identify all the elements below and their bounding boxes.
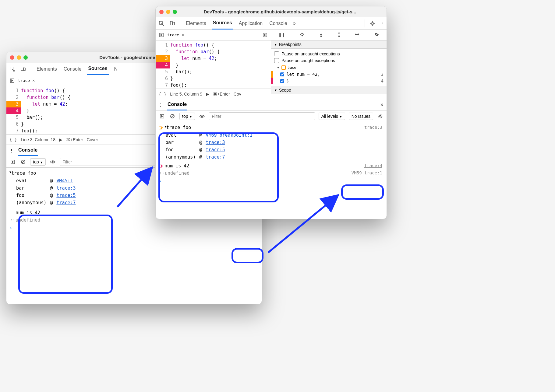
run-icon[interactable] bbox=[262, 32, 268, 38]
shortcut-hint: ⌘+Enter bbox=[213, 92, 230, 96]
devtools-window-right: DevTools - googlechrome.github.io/devtoo… bbox=[155, 6, 387, 219]
source-link[interactable]: trace:3 bbox=[364, 125, 382, 130]
source-link[interactable]: VM69 breakpoint:1 bbox=[206, 132, 253, 138]
svg-point-15 bbox=[321, 36, 322, 37]
tab-sources[interactable]: Sources bbox=[87, 63, 108, 75]
svg-point-11 bbox=[372, 23, 373, 24]
issues-button[interactable]: No Issues bbox=[349, 113, 373, 120]
console-prompt[interactable]: › bbox=[6, 224, 262, 232]
tab-application[interactable]: Application bbox=[238, 18, 264, 29]
clear-icon[interactable] bbox=[169, 113, 176, 120]
close-drawer-icon[interactable]: × bbox=[380, 102, 384, 108]
kebab-icon[interactable]: ⋮ bbox=[9, 148, 13, 153]
tab-sources[interactable]: Sources bbox=[212, 17, 233, 30]
file-tab-trace[interactable]: trace × bbox=[16, 77, 37, 84]
stack-frame: foo@trace:5 bbox=[16, 192, 79, 199]
zoom-icon[interactable] bbox=[23, 55, 28, 60]
braces-icon[interactable]: { } bbox=[159, 92, 166, 96]
tab-console[interactable]: Console bbox=[62, 63, 83, 75]
console-prompt[interactable]: › bbox=[156, 177, 387, 185]
source-link[interactable]: trace:4 bbox=[364, 163, 382, 168]
step-out-icon[interactable] bbox=[337, 32, 341, 38]
pause-uncaught-checkbox[interactable]: Pause on uncaught exceptions bbox=[274, 51, 384, 57]
drawer-tab-console[interactable]: Console bbox=[167, 99, 187, 110]
levels-selector[interactable]: All levels ▼ bbox=[319, 113, 345, 120]
code-editor[interactable]: 1234567 function foo() { function bar() … bbox=[156, 40, 271, 89]
context-selector[interactable]: top ▼ bbox=[30, 158, 46, 166]
svg-rect-1 bbox=[21, 67, 23, 71]
breakpoint-item[interactable]: let num = 42;3 bbox=[274, 71, 384, 78]
pause-icon[interactable]: ❚❚ bbox=[278, 33, 285, 37]
stack-frame: (anonymous)@trace:7 bbox=[16, 199, 79, 206]
console-log-row: ⦔ num is 42 trace:4 bbox=[156, 162, 387, 170]
svg-point-14 bbox=[302, 35, 303, 36]
close-icon[interactable] bbox=[10, 55, 14, 60]
kebab-icon[interactable]: ⋮ bbox=[159, 103, 163, 107]
source-link[interactable]: trace:3 bbox=[56, 185, 76, 191]
navigator-icon[interactable] bbox=[158, 32, 165, 38]
tab-network-truncated[interactable]: N bbox=[113, 63, 119, 75]
source-link[interactable]: trace:5 bbox=[56, 193, 76, 198]
inspect-icon[interactable] bbox=[158, 20, 165, 27]
separator bbox=[31, 65, 31, 73]
source-link[interactable]: trace:7 bbox=[206, 154, 225, 160]
breakpoint-group[interactable]: ▼trace bbox=[274, 64, 384, 71]
svg-point-21 bbox=[379, 115, 381, 117]
pause-caught-checkbox[interactable]: Pause on caught exceptions bbox=[274, 57, 384, 64]
sidebar-panel: ❚❚ ▼Breakpoints Pause on uncaught except… bbox=[271, 30, 387, 99]
console-trace-row[interactable]: ⦔ ▼ trace foo trace:3 bbox=[156, 124, 387, 131]
console-toolbar: top ▼ All levels ▼ No Issues bbox=[156, 110, 387, 122]
trace-label: trace foo bbox=[11, 170, 36, 176]
tab-elements[interactable]: Elements bbox=[185, 18, 207, 29]
step-icon[interactable] bbox=[355, 32, 360, 37]
tab-console[interactable]: Console bbox=[268, 18, 288, 29]
breakpoint-item[interactable]: }4 bbox=[274, 78, 384, 84]
minimize-icon[interactable] bbox=[17, 55, 21, 60]
close-tab-icon[interactable]: × bbox=[32, 78, 35, 83]
context-selector[interactable]: top ▼ bbox=[179, 113, 195, 120]
source-link[interactable]: VM45:1 bbox=[56, 178, 73, 184]
eye-icon[interactable] bbox=[199, 113, 205, 120]
inspect-icon[interactable] bbox=[9, 66, 16, 72]
gear-icon[interactable] bbox=[369, 20, 376, 27]
snippet-icon bbox=[281, 65, 286, 70]
separator bbox=[180, 19, 180, 27]
step-over-icon[interactable] bbox=[299, 32, 305, 37]
breakpoints-header[interactable]: ▼Breakpoints bbox=[271, 40, 387, 49]
deactivate-bp-icon[interactable] bbox=[374, 32, 379, 38]
cursor-position: Line 3, Column 18 bbox=[21, 137, 55, 142]
stack-trace: eval@VM69 breakpoint:1 bar@trace:3 foo@t… bbox=[165, 131, 256, 161]
console-result-row: ‹· undefined VM59 trace:1 bbox=[156, 170, 387, 177]
traffic-lights bbox=[10, 55, 28, 60]
more-tabs-icon[interactable]: » bbox=[293, 20, 296, 26]
tab-elements[interactable]: Elements bbox=[35, 63, 58, 75]
clear-icon[interactable] bbox=[20, 159, 27, 165]
filter-input[interactable] bbox=[209, 112, 315, 120]
minimize-icon[interactable] bbox=[166, 10, 170, 14]
device-icon[interactable] bbox=[20, 66, 27, 72]
kebab-icon[interactable]: ⋮ bbox=[380, 21, 384, 26]
close-tab-icon[interactable]: × bbox=[182, 33, 184, 37]
source-link[interactable]: trace:7 bbox=[56, 200, 76, 205]
step-into-icon[interactable] bbox=[319, 32, 323, 38]
svg-point-7 bbox=[52, 161, 53, 163]
result-text: undefined bbox=[16, 217, 40, 223]
sidebar-icon[interactable] bbox=[9, 159, 16, 165]
scope-header[interactable]: ▼Scope bbox=[271, 86, 387, 94]
sidebar-icon[interactable] bbox=[159, 113, 165, 120]
zoom-icon[interactable] bbox=[173, 10, 177, 14]
file-tab-trace[interactable]: trace × bbox=[165, 31, 186, 39]
source-link[interactable]: trace:5 bbox=[206, 147, 225, 152]
status-bar: { } Line 5, Column 9 ▶ ⌘+Enter Cov bbox=[156, 89, 271, 99]
drawer-tabs: ⋮ Console × bbox=[156, 99, 387, 110]
braces-icon[interactable]: { } bbox=[9, 137, 17, 142]
stack-frame: eval@VM69 breakpoint:1 bbox=[165, 132, 256, 138]
source-link[interactable]: VM59 trace:1 bbox=[352, 170, 382, 175]
gear-icon[interactable] bbox=[377, 113, 384, 120]
source-link[interactable]: trace:3 bbox=[206, 140, 225, 145]
close-icon[interactable] bbox=[159, 10, 164, 14]
device-icon[interactable] bbox=[169, 20, 176, 27]
navigator-icon[interactable] bbox=[9, 77, 16, 84]
drawer-tab-console[interactable]: Console bbox=[18, 145, 38, 156]
eye-icon[interactable] bbox=[49, 159, 56, 165]
